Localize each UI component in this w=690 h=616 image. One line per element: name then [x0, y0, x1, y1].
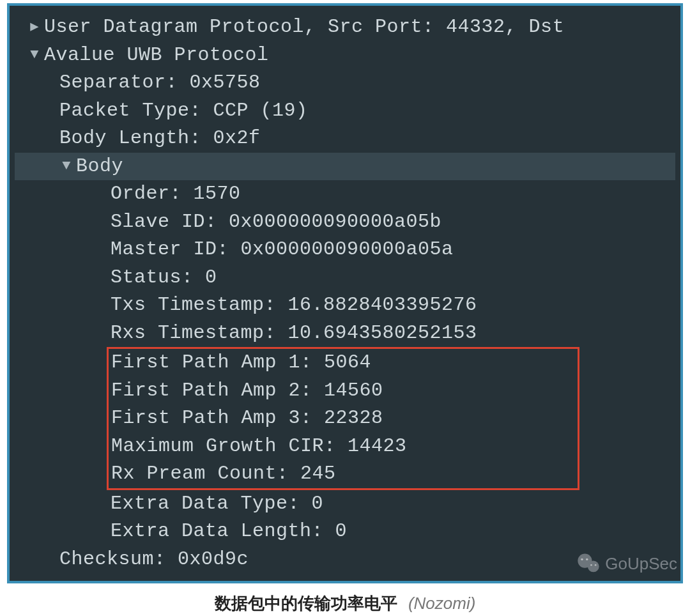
tree-row-avalue-protocol[interactable]: ▼ Avalue UWB Protocol [15, 42, 675, 70]
udp-line: User Datagram Protocol, Src Port: 44332,… [44, 13, 564, 42]
field-text: Rxs Timestamp: 10.6943580252153 [111, 320, 477, 348]
field-text: Maximum Growth CIR: 14423 [111, 433, 407, 461]
field-text: Txs Timestamp: 16.8828403395276 [111, 291, 477, 320]
field-text: Packet Type: CCP (19) [59, 97, 308, 125]
field-text: Extra Data Type: 0 [111, 490, 323, 518]
svg-point-3 [586, 558, 588, 560]
highlighted-power-fields: First Path Amp 1: 5064 First Path Amp 2:… [107, 347, 579, 490]
field-text: Order: 1570 [111, 180, 241, 208]
svg-point-2 [581, 558, 583, 560]
field-text: Rx Pream Count: 245 [111, 460, 336, 488]
field-first-path-amp-1[interactable]: First Path Amp 1: 5064 [109, 349, 578, 377]
field-extra-data-type[interactable]: Extra Data Type: 0 [15, 490, 675, 518]
svg-point-1 [588, 561, 599, 573]
field-text: First Path Amp 3: 22328 [111, 404, 383, 433]
caption-main: 数据包中的传输功率电平 [215, 594, 397, 613]
field-order[interactable]: Order: 1570 [15, 180, 675, 208]
field-text: Separator: 0x5758 [59, 69, 261, 97]
protocol-line: Avalue UWB Protocol [44, 42, 269, 70]
field-text: Checksum: 0x0d9c [59, 546, 249, 574]
field-text: Status: 0 [111, 264, 217, 292]
watermark: GoUpSec [576, 551, 677, 576]
field-txs-timestamp[interactable]: Txs Timestamp: 16.8828403395276 [15, 291, 675, 320]
field-text: First Path Amp 1: 5064 [111, 349, 371, 377]
watermark-text: GoUpSec [605, 554, 677, 574]
chevron-down-icon: ▼ [29, 45, 40, 65]
chevron-right-icon: ▶ [29, 17, 40, 38]
field-separator[interactable]: Separator: 0x5758 [15, 69, 675, 97]
field-status[interactable]: Status: 0 [15, 264, 675, 292]
field-text: Master ID: 0x000000090000a05a [111, 236, 454, 264]
field-max-growth-cir[interactable]: Maximum Growth CIR: 14423 [109, 433, 578, 461]
figure-caption: 数据包中的传输功率电平 (Nozomi) [0, 592, 690, 615]
field-text: Slave ID: 0x000000090000a05b [111, 208, 441, 236]
tree-row-udp[interactable]: ▶ User Datagram Protocol, Src Port: 4433… [15, 13, 675, 42]
field-packet-type[interactable]: Packet Type: CCP (19) [15, 97, 675, 125]
chevron-down-icon: ▼ [61, 156, 72, 176]
caption-source: (Nozomi) [408, 594, 475, 613]
field-rxs-timestamp[interactable]: Rxs Timestamp: 10.6943580252153 [15, 320, 675, 348]
field-master-id[interactable]: Master ID: 0x000000090000a05a [15, 236, 675, 264]
wechat-icon [576, 551, 601, 576]
field-body-length[interactable]: Body Length: 0x2f [15, 125, 675, 153]
field-text: Body Length: 0x2f [59, 125, 261, 153]
field-text: First Path Amp 2: 14560 [111, 377, 383, 405]
field-extra-data-length[interactable]: Extra Data Length: 0 [15, 518, 675, 546]
field-text: Extra Data Length: 0 [111, 518, 347, 546]
body-label: Body [76, 153, 123, 181]
field-first-path-amp-2[interactable]: First Path Amp 2: 14560 [109, 377, 578, 405]
packet-details-panel: ▶ User Datagram Protocol, Src Port: 4433… [7, 3, 683, 583]
field-slave-id[interactable]: Slave ID: 0x000000090000a05b [15, 208, 675, 236]
tree-row-body[interactable]: ▼ Body [15, 153, 675, 181]
field-first-path-amp-3[interactable]: First Path Amp 3: 22328 [109, 404, 578, 433]
svg-point-4 [590, 564, 592, 566]
field-rx-pream-count[interactable]: Rx Pream Count: 245 [109, 460, 578, 488]
svg-point-5 [595, 564, 597, 566]
